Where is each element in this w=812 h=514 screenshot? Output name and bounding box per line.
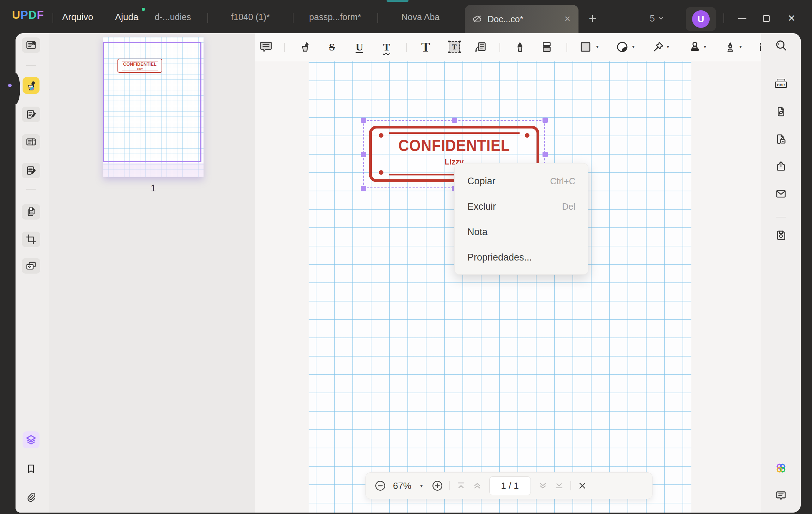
rainbow-marker-icon	[25, 79, 37, 91]
strikethrough-tool-button[interactable]: S	[323, 38, 340, 55]
selection-handle-n[interactable]	[452, 118, 457, 123]
toolbar-divider	[406, 43, 407, 52]
zoom-out-button[interactable]	[374, 479, 387, 492]
previous-pages-button[interactable]	[471, 479, 484, 492]
selection-handle-ne[interactable]	[543, 118, 548, 123]
active-tool-notch	[11, 73, 20, 104]
signature-dropdown-arrow[interactable]: ▾	[739, 44, 742, 49]
reader-mode-button[interactable]	[22, 37, 40, 53]
search-icon	[775, 39, 787, 52]
eraser-icon	[540, 41, 553, 53]
maximize-button[interactable]	[758, 11, 774, 26]
bookmark-button[interactable]	[22, 461, 40, 477]
search-button[interactable]	[775, 38, 787, 52]
page-thumbnail[interactable]: CONFIDENTIEL Lizzy	[103, 37, 204, 177]
email-button[interactable]	[775, 187, 787, 201]
thumbnail-panel: CONFIDENTIEL Lizzy 1	[49, 33, 255, 513]
avatar-button[interactable]: U	[686, 7, 716, 31]
book-icon	[25, 40, 37, 51]
sticker-tool-button[interactable]	[614, 38, 631, 55]
tab-f1040[interactable]: f1040 (1)*	[222, 9, 279, 25]
text-tool-button[interactable]: T	[417, 38, 434, 55]
shape-tool-button[interactable]	[577, 38, 594, 55]
convert-button[interactable]	[775, 104, 787, 119]
titlebar-divider	[723, 13, 724, 23]
zoombar-divider	[449, 481, 450, 490]
context-menu-item-excluir[interactable]: Excluir Del	[455, 194, 588, 219]
tab-nova-aba[interactable]: Nova Aba	[392, 9, 449, 25]
menu-item-label: Excluir	[467, 201, 496, 212]
pages-copy-icon	[25, 206, 37, 217]
edit-pdf-button[interactable]	[22, 107, 40, 122]
sidebar-divider	[26, 65, 36, 66]
minimize-button[interactable]	[734, 11, 750, 26]
feedback-button[interactable]	[775, 489, 787, 503]
next-pages-button[interactable]	[537, 479, 549, 492]
zoom-in-button[interactable]	[431, 479, 444, 492]
highlighter-tool-button[interactable]	[296, 38, 313, 55]
share-button[interactable]	[775, 159, 787, 173]
first-page-button[interactable]	[455, 479, 467, 492]
titlebar: UPDF Arquivo Ajuda d-...udies f1040 (1)*…	[0, 0, 812, 33]
zoom-level[interactable]: 67%	[387, 480, 417, 491]
tab-count-dropdown[interactable]: 5	[650, 11, 664, 25]
shape-dropdown-arrow[interactable]: ▾	[596, 44, 599, 49]
comment-tool-button-active[interactable]	[23, 77, 40, 94]
tab-studies[interactable]: d-...udies	[152, 9, 194, 25]
cloud-offline-icon	[472, 14, 483, 24]
menu-ajuda[interactable]: Ajuda	[115, 9, 139, 25]
forms-button[interactable]	[22, 134, 40, 150]
sidebar-divider	[26, 189, 36, 190]
close-button[interactable]: ✕	[783, 11, 800, 26]
new-tab-button[interactable]: +	[583, 11, 602, 26]
crop-button[interactable]	[22, 232, 40, 247]
last-page-button[interactable]	[553, 479, 565, 492]
highlighter-icon	[298, 41, 311, 53]
context-menu-item-copiar[interactable]: Copiar Ctrl+C	[455, 168, 588, 194]
attachments-button[interactable]	[22, 489, 40, 505]
protect-button[interactable]	[775, 132, 787, 146]
notification-dot	[142, 8, 145, 11]
toolbar-divider	[284, 43, 285, 52]
selection-handle-w[interactable]	[361, 152, 366, 157]
stamp-dropdown-arrow[interactable]: ▾	[704, 44, 706, 49]
close-zoombar-button[interactable]	[576, 479, 589, 492]
comment-tool-button[interactable]	[257, 38, 274, 55]
selection-handle-sw[interactable]	[361, 186, 366, 191]
organize-pages-button[interactable]	[22, 204, 40, 220]
squiggly-tool-button[interactable]: T	[378, 38, 395, 55]
zoom-dropdown-arrow[interactable]: ▾	[420, 483, 423, 489]
tab-close-icon[interactable]: ✕	[564, 14, 571, 24]
tab-document-active[interactable]: Doc...co* ✕	[465, 5, 578, 33]
context-menu-item-nota[interactable]: Nota	[455, 219, 588, 245]
context-menu-item-propriedades[interactable]: Propriedades...	[455, 245, 588, 270]
page-indicator-box[interactable]: 1 / 1	[489, 476, 531, 495]
sticker-dropdown-arrow[interactable]: ▾	[632, 44, 635, 49]
sign-button[interactable]	[22, 163, 40, 178]
stamp-tool-button[interactable]	[686, 38, 703, 55]
save-button[interactable]	[775, 228, 787, 242]
logo-letter: U	[12, 8, 20, 21]
underline-tool-button[interactable]: U	[351, 38, 368, 55]
signature-tool-button[interactable]	[722, 38, 739, 55]
tab-divider	[377, 13, 378, 23]
pin-dropdown-arrow[interactable]: ▾	[667, 44, 669, 49]
pin-tool-button[interactable]	[650, 38, 667, 55]
menu-item-label: Propriedades...	[467, 252, 532, 263]
layers-button-active[interactable]	[23, 431, 40, 448]
eraser-tool-button[interactable]	[538, 38, 555, 55]
ai-assistant-button[interactable]	[775, 461, 787, 475]
document-canvas[interactable]: CONFIDENTIEL Lizzy Copiar	[255, 61, 761, 513]
menu-arquivo[interactable]: Arquivo	[62, 9, 93, 25]
stamps-panel-button[interactable]	[22, 258, 40, 274]
minimize-icon	[738, 18, 746, 19]
textbox-tool-button[interactable]: T	[446, 38, 463, 55]
callout-tool-button[interactable]	[472, 38, 489, 55]
selection-handle-e[interactable]	[543, 152, 548, 157]
selection-handle-nw[interactable]	[361, 118, 366, 123]
ocr-button[interactable]: OCR	[775, 76, 787, 90]
tab-passport-form[interactable]: passp...form*	[304, 9, 366, 25]
chevron-down-icon	[658, 15, 664, 22]
pencil-tool-button[interactable]	[511, 38, 528, 55]
mail-icon	[775, 188, 787, 200]
